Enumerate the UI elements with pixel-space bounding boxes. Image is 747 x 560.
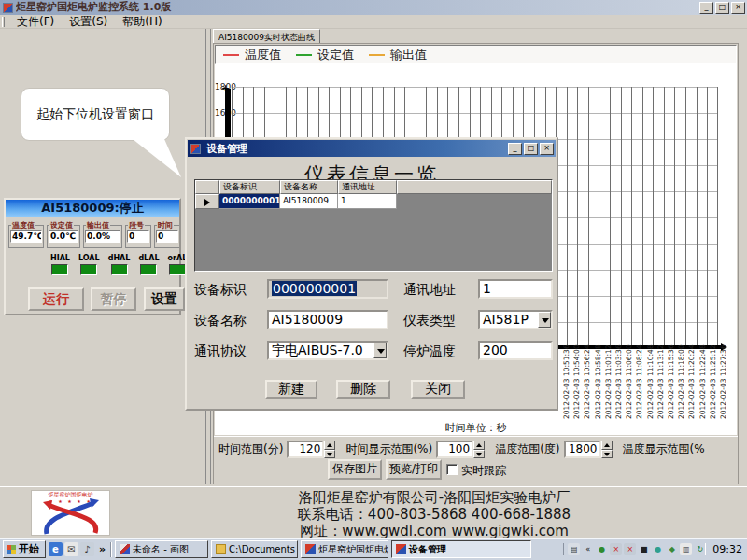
network-offline2-icon[interactable]: × xyxy=(624,543,636,555)
x-tick-label: 2012-02-03 11:06:00 xyxy=(625,352,635,419)
alarm-label: dHAL xyxy=(108,255,131,262)
start-button[interactable]: 开始 xyxy=(3,540,46,558)
company-name: 洛阳炬星窑炉有限公司-洛阳国炬实验电炉厂 xyxy=(131,489,738,506)
media-player-icon[interactable]: ♪ xyxy=(80,542,94,556)
grid-header-device-id[interactable]: 设备标识 xyxy=(219,180,280,194)
x-tick-label: 2012-02-03 11:18:00 xyxy=(677,352,687,419)
status-fields: 温度值49.7℃设定值0.0℃输出值0.0%段号0时间0累计0 xyxy=(6,217,179,248)
spinner-down-icon[interactable] xyxy=(473,450,485,459)
taskbar-task[interactable]: 未命名 - 画图 xyxy=(115,540,208,558)
update-icon[interactable]: ↻ xyxy=(694,543,706,555)
dialog-minimize-button[interactable]: _ xyxy=(508,143,522,155)
comm-addr-field[interactable]: 1 xyxy=(478,279,553,299)
x-tick-label: 2012-02-03 10:54:00 xyxy=(572,352,583,419)
windows-flag-icon xyxy=(7,545,16,554)
alarm-label: dLAL xyxy=(138,255,159,262)
spinner-value[interactable]: 100 xyxy=(436,441,473,458)
collapse-chevron-icon[interactable]: « xyxy=(582,543,594,555)
x-tick-label: 2012-02-03 11:13:12 xyxy=(656,352,667,419)
security-shield-icon[interactable]: ◆ xyxy=(666,543,678,555)
menu-item[interactable]: 文件(F) xyxy=(9,14,62,30)
preview-print-button[interactable]: 预览/打印 xyxy=(386,459,442,480)
antivirus-icon[interactable]: ● xyxy=(596,543,608,555)
taskbar-task[interactable]: 设备管理 xyxy=(391,540,531,558)
app-icon xyxy=(396,544,406,554)
close-dialog-button[interactable]: 关闭 xyxy=(411,380,465,399)
dialog-close-button[interactable]: × xyxy=(540,143,554,155)
spinner-value[interactable]: 120 xyxy=(287,441,324,458)
close-button[interactable]: × xyxy=(731,2,745,14)
printer-icon[interactable]: ▤ xyxy=(568,543,580,555)
cell-device-name[interactable]: AI5180009 xyxy=(280,194,338,209)
spinner-arrows xyxy=(473,441,485,458)
legend-item: 温度值 xyxy=(223,47,281,63)
x-tick-label: 2012-02-03 11:25:12 xyxy=(709,352,719,419)
taskbar-task[interactable]: C:\Documents and Se... xyxy=(211,540,298,558)
spinner-up-icon[interactable] xyxy=(473,441,485,450)
meter-type-dropdown-icon[interactable] xyxy=(538,312,551,328)
menu-item[interactable]: 设置(S) xyxy=(62,14,115,30)
delete-button[interactable]: 删除 xyxy=(336,380,390,399)
status-field-label: 时间 xyxy=(157,221,174,230)
spinner-up-icon[interactable] xyxy=(324,441,335,450)
spinner-arrows xyxy=(324,441,335,458)
new-button[interactable]: 新建 xyxy=(265,380,317,399)
tab-realtime-curve[interactable]: AI5180009实时状态曲线 xyxy=(213,29,320,44)
alarm-indicator: LOAL xyxy=(78,255,100,275)
taskbar-task[interactable]: 炬星窑炉国炬电炉监... xyxy=(301,540,388,558)
x-tick-label: 2012-02-03 11:22:48 xyxy=(698,352,709,419)
task-label: C:\Documents and Se... xyxy=(229,544,298,554)
signal-strength-icon[interactable]: ▆ xyxy=(638,543,650,555)
minimize-button[interactable]: _ xyxy=(699,2,713,14)
trace-line xyxy=(225,89,231,137)
x-tick-label: 2012-02-03 10:58:48 xyxy=(594,352,604,419)
status-field: 温度值49.7℃ xyxy=(8,225,44,248)
dialog-title-bar[interactable]: 设备管理 _ □ × xyxy=(188,140,556,157)
meter-type-combo[interactable]: AI581P xyxy=(478,310,553,329)
status-field-value: 0.0℃ xyxy=(49,230,78,243)
protocol-dropdown-icon[interactable] xyxy=(374,343,387,358)
realtime-track-checkbox[interactable] xyxy=(446,464,458,475)
messenger-icon[interactable]: ● xyxy=(652,543,664,555)
run-button[interactable]: 运行 xyxy=(28,287,84,311)
spinner-up-icon[interactable] xyxy=(601,441,613,450)
callout-bubble: 起始下位机设置窗口 xyxy=(21,88,170,141)
table-row[interactable]: 0000000001 AI5180009 1 xyxy=(195,194,552,209)
cell-comm-addr[interactable]: 1 xyxy=(338,194,397,209)
network-offline-icon[interactable]: × xyxy=(610,543,622,555)
menu-item[interactable]: 帮助(H) xyxy=(115,14,169,30)
alarm-label: LOAL xyxy=(78,255,100,262)
spinner-value[interactable]: 1800 xyxy=(564,441,601,458)
stop-temp-field[interactable]: 200 xyxy=(478,341,553,360)
chart-controls: 时间范围(分)120时间显示范围(%)100温度范围(度)1800温度显示范围(… xyxy=(214,436,738,484)
cell-device-id[interactable]: 0000000001 xyxy=(219,194,280,209)
paint-icon xyxy=(120,544,130,554)
grid-header-comm-addr[interactable]: 通讯地址 xyxy=(338,180,397,194)
status-field-label: 温度值 xyxy=(11,221,35,230)
meter-type-value: AI581P xyxy=(483,312,529,327)
device-id-label: 设备标识 xyxy=(194,282,247,299)
ie-icon[interactable]: e xyxy=(49,542,63,556)
dialog-restore-button[interactable]: □ xyxy=(524,143,538,155)
save-image-button[interactable]: 保存图片 xyxy=(328,459,382,480)
grid-header-filler xyxy=(397,180,552,194)
menu-bar: 文件(F)设置(S)帮助(H) xyxy=(0,15,747,29)
restore-button[interactable]: □ xyxy=(715,2,729,14)
comm-addr-label: 通讯地址 xyxy=(403,282,456,299)
spinner-down-icon[interactable] xyxy=(601,450,613,459)
device-status-panel: AI5180009:停止 温度值49.7℃设定值0.0℃输出值0.0%段号0时间… xyxy=(4,198,181,315)
device-name-field[interactable]: AI5180009 xyxy=(267,310,388,329)
settings-button[interactable]: 设置 xyxy=(144,287,185,311)
x-tick-label: 2012-02-03 11:27:36 xyxy=(719,352,729,419)
protocol-combo[interactable]: 宇电AIBUS-7.0 xyxy=(267,341,388,360)
overflow-chevron-icon[interactable]: » xyxy=(97,543,107,555)
device-id-field[interactable]: 0000000001 xyxy=(267,279,388,299)
status-field-value: 0 xyxy=(127,230,149,243)
contact-phone: 联系电话：400-803-5868 400-668-1888 xyxy=(131,506,738,523)
legend-item: 设定值 xyxy=(296,47,354,63)
spinner-down-icon[interactable] xyxy=(324,450,335,459)
scheduler-icon[interactable]: ▥ xyxy=(680,543,692,555)
footer-text: 洛阳炬星窑炉有限公司-洛阳国炬实验电炉厂 联系电话：400-803-5868 4… xyxy=(131,489,738,539)
grid-header-device-name[interactable]: 设备名称 xyxy=(280,180,338,194)
mail-icon[interactable]: ✉ xyxy=(64,542,78,556)
